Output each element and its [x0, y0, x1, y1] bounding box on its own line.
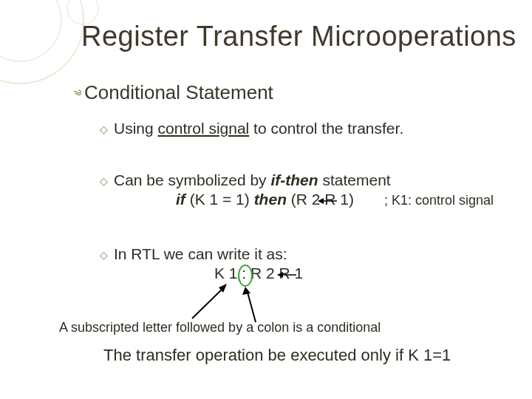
footnote-2: The transfer operation be executed only …: [103, 346, 451, 365]
b2-if: if: [176, 191, 185, 208]
left-arrow-icon: [318, 197, 338, 205]
wind-icon: ༄: [74, 86, 81, 103]
b1-pre: Using: [114, 120, 158, 137]
subtitle-row: ༄Conditional Statement: [74, 81, 273, 104]
b3-text: In RTL we can write it as:: [114, 245, 287, 262]
colon-highlight: [238, 265, 253, 287]
b2-comment: ; K1: control signal: [384, 193, 494, 208]
svg-line-4: [192, 286, 225, 318]
b1-post: to control the transfer.: [249, 120, 403, 137]
svg-marker-7: [242, 287, 250, 295]
b2-mid: (K 1 = 1): [185, 191, 254, 208]
svg-marker-1: [318, 198, 324, 204]
diamond-icon: ◇: [100, 123, 108, 135]
b2-post: statement: [318, 171, 391, 188]
b2-pre: Can be symbolized by: [114, 171, 270, 188]
left-arrow-icon: [277, 270, 298, 279]
annotation-arrow-left: [188, 282, 233, 322]
svg-marker-3: [277, 272, 283, 278]
slide-title: Register Transfer Microoperations: [81, 21, 516, 52]
footnote-1: A subscripted letter followed by a colon…: [59, 320, 381, 335]
bullet-3: ◇In RTL we can write it as:: [100, 244, 287, 264]
bullet-1: ◇Using control signal to control the tra…: [100, 118, 403, 138]
diamond-icon: ◇: [100, 249, 108, 261]
svg-line-6: [247, 290, 256, 322]
b2-then: then: [254, 191, 287, 208]
bullet-2: ◇Can be symbolized by if-then statement: [100, 170, 391, 190]
b1-underline: control signal: [158, 120, 250, 137]
subtitle-text: Conditional Statement: [84, 81, 273, 103]
b2-ifthen: if-then: [270, 171, 318, 188]
diamond-icon: ◇: [100, 175, 108, 187]
